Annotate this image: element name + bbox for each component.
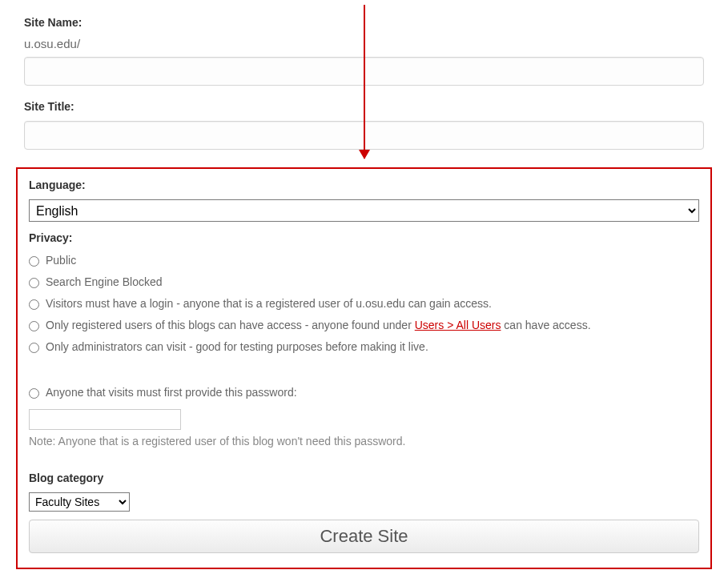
create-site-button[interactable]: Create Site xyxy=(29,520,699,553)
blog-category-select[interactable]: Faculty Sites xyxy=(29,492,130,512)
privacy-option-text: Anyone that visits must first provide th… xyxy=(46,384,297,401)
privacy-label: Privacy: xyxy=(29,231,699,244)
blog-category-label: Blog category xyxy=(29,472,699,484)
users-all-users-link[interactable]: Users > All Users xyxy=(415,319,501,331)
annotation-arrow xyxy=(364,5,365,159)
privacy-option-text: Only registered users of this blogs can … xyxy=(46,317,591,334)
language-label: Language: xyxy=(29,179,699,191)
highlighted-region: Language: English Privacy: Public Search… xyxy=(16,167,712,569)
language-select[interactable]: English xyxy=(29,199,699,222)
privacy-password-note: Note: Anyone that is a registered user o… xyxy=(29,435,699,448)
privacy-option-text: Visitors must have a login - anyone that… xyxy=(46,295,492,312)
privacy-option-text: Public xyxy=(46,252,76,269)
privacy-radio-admin[interactable] xyxy=(29,343,39,353)
privacy-option-text: Only administrators can visit - good for… xyxy=(46,339,428,355)
privacy-option-text: Search Engine Blocked xyxy=(46,274,163,291)
privacy-radio-password[interactable] xyxy=(29,388,39,399)
privacy-password-input[interactable] xyxy=(29,409,181,430)
privacy-radio-registered[interactable] xyxy=(29,321,39,331)
privacy-radio-login[interactable] xyxy=(29,299,39,310)
privacy-radio-public[interactable] xyxy=(29,256,39,267)
privacy-radio-seb[interactable] xyxy=(29,278,39,288)
